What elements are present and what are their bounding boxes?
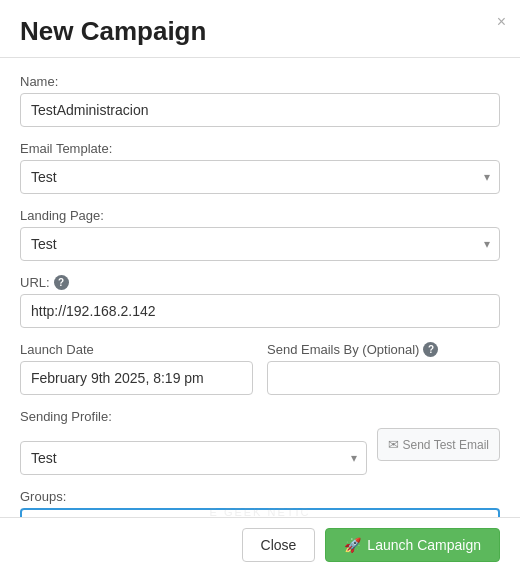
- name-label: Name:: [20, 74, 500, 89]
- sending-profile-group: Sending Profile: Test ▾ ✉ Send Test Emai…: [20, 409, 500, 475]
- send-test-email-label: Send Test Email: [403, 438, 490, 452]
- modal-title: New Campaign: [20, 16, 500, 47]
- launch-date-input[interactable]: [20, 361, 253, 395]
- landing-page-label: Landing Page:: [20, 208, 500, 223]
- launch-icon: 🚀: [344, 537, 361, 553]
- url-input[interactable]: [20, 294, 500, 328]
- email-template-group: Email Template: Test ▾: [20, 141, 500, 194]
- email-icon: ✉: [388, 437, 399, 452]
- modal-header: New Campaign ×: [0, 0, 520, 58]
- launch-campaign-button[interactable]: 🚀 Launch Campaign: [325, 528, 500, 562]
- sending-profile-select[interactable]: Test: [20, 441, 367, 475]
- close-icon[interactable]: ×: [497, 14, 506, 30]
- modal: New Campaign × Name: Email Template: Tes…: [0, 0, 520, 572]
- send-emails-by-label-row: Send Emails By (Optional) ?: [267, 342, 500, 357]
- launch-campaign-label: Launch Campaign: [367, 537, 481, 553]
- landing-page-select-wrapper: Test ▾: [20, 227, 500, 261]
- email-template-select[interactable]: Test: [20, 160, 500, 194]
- name-group: Name:: [20, 74, 500, 127]
- groups-group: Groups: × UsersAdministracion: [20, 489, 500, 517]
- url-label-row: URL: ?: [20, 275, 500, 290]
- send-emails-by-input[interactable]: [267, 361, 500, 395]
- send-emails-by-help-icon[interactable]: ?: [423, 342, 438, 357]
- modal-footer: Close 🚀 Launch Campaign: [0, 517, 520, 572]
- send-emails-by-label-text: Send Emails By (Optional): [267, 342, 419, 357]
- sending-profile-row: Test ▾ ✉ Send Test Email: [20, 428, 500, 475]
- name-input[interactable]: [20, 93, 500, 127]
- sending-profile-select-wrapper: Test ▾: [20, 441, 367, 475]
- landing-page-group: Landing Page: Test ▾: [20, 208, 500, 261]
- url-help-icon[interactable]: ?: [54, 275, 69, 290]
- groups-tags-input[interactable]: × UsersAdministracion: [20, 508, 500, 517]
- send-emails-by-group: Send Emails By (Optional) ?: [267, 342, 500, 395]
- groups-label: Groups:: [20, 489, 500, 504]
- modal-body: Name: Email Template: Test ▾ Landing Pag…: [0, 58, 520, 517]
- send-test-email-button[interactable]: ✉ Send Test Email: [377, 428, 501, 461]
- launch-date-label: Launch Date: [20, 342, 253, 357]
- close-button[interactable]: Close: [242, 528, 316, 562]
- email-template-label: Email Template:: [20, 141, 500, 156]
- date-row: Launch Date Send Emails By (Optional) ?: [20, 342, 500, 409]
- url-group: URL: ?: [20, 275, 500, 328]
- launch-date-group: Launch Date: [20, 342, 253, 395]
- landing-page-select[interactable]: Test: [20, 227, 500, 261]
- url-label-text: URL:: [20, 275, 50, 290]
- sending-profile-label: Sending Profile:: [20, 409, 500, 424]
- email-template-select-wrapper: Test ▾: [20, 160, 500, 194]
